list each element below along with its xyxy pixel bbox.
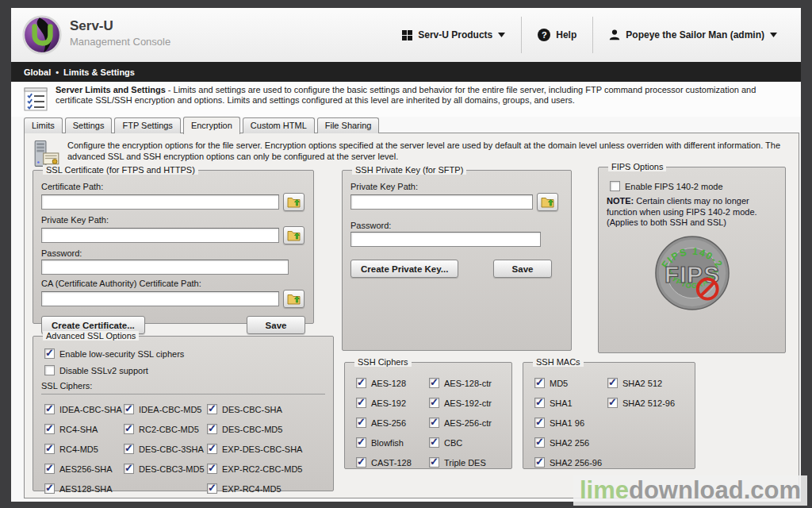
cipher-checkbox-row[interactable]: AES-192 xyxy=(356,396,429,410)
mac-checkbox-row[interactable]: SHA2 256 xyxy=(534,436,607,449)
tab[interactable]: Custom HTML xyxy=(243,117,315,133)
checkbox[interactable] xyxy=(44,483,55,494)
checkbox[interactable] xyxy=(356,378,366,388)
ssl-option-checkbox-row[interactable]: Enable low-security SSL ciphers xyxy=(44,347,325,360)
mac-checkbox-row[interactable]: SHA1 96 xyxy=(534,416,607,429)
tab[interactable]: Limits xyxy=(24,117,63,133)
checkbox[interactable] xyxy=(207,464,217,474)
mac-checkbox-row[interactable]: SHA2 256-96 xyxy=(534,456,607,469)
folder-up-icon xyxy=(287,196,301,208)
enable-fips-checkbox-row[interactable]: Enable FIPS 140-2 mode xyxy=(610,179,777,193)
checkbox[interactable] xyxy=(44,444,55,454)
checkbox[interactable] xyxy=(124,424,134,434)
cipher-checkbox-row[interactable]: DES-CBC-3SHA xyxy=(124,442,207,456)
cipher-checkbox-row[interactable]: AES128-SHA xyxy=(44,482,124,495)
checkbox[interactable] xyxy=(124,404,134,414)
cipher-checkbox-row[interactable]: AES-128 xyxy=(356,376,429,390)
cipher-checkbox-row[interactable]: DES-CBC3-MD5 xyxy=(124,462,207,475)
checkbox[interactable] xyxy=(429,398,439,408)
cipher-checkbox-row[interactable]: RC2-CBC-MD5 xyxy=(124,422,207,436)
browse-private-key-path-button[interactable] xyxy=(283,226,304,244)
user-icon xyxy=(609,29,620,40)
ssh-save-button[interactable]: Save xyxy=(493,260,552,278)
checkbox[interactable] xyxy=(607,378,618,388)
checkbox-label: Enable FIPS 140-2 mode xyxy=(625,182,723,191)
checkbox-label: RC2-CBC-MD5 xyxy=(139,425,199,434)
checkbox[interactable] xyxy=(534,437,545,448)
certificate-path-input[interactable] xyxy=(41,194,279,210)
ca-certificate-path-input[interactable] xyxy=(41,291,279,306)
cipher-checkbox-row[interactable]: CAST-128 xyxy=(356,456,429,469)
mac-checkbox-row[interactable]: SHA1 xyxy=(534,396,607,410)
create-private-key-button[interactable]: Create Private Key... xyxy=(350,260,458,278)
ssl-password-input[interactable] xyxy=(41,260,289,275)
checkbox[interactable] xyxy=(534,418,545,428)
checkbox[interactable] xyxy=(207,404,217,414)
cipher-checkbox-row[interactable]: DES-CBC-MD5 xyxy=(207,422,302,436)
checkbox[interactable] xyxy=(356,418,366,428)
checkbox[interactable] xyxy=(534,378,545,388)
checkbox[interactable] xyxy=(124,444,134,454)
browse-certificate-path-button[interactable] xyxy=(283,193,304,211)
checkbox-label: Enable low-security SSL ciphers xyxy=(59,349,184,359)
mac-checkbox-row[interactable]: MD5 xyxy=(534,376,607,390)
cipher-checkbox-row[interactable]: AES256-SHA xyxy=(44,462,124,475)
checkbox-label: EXP-DES-CBC-SHA xyxy=(222,444,302,454)
checkbox[interactable] xyxy=(356,457,366,468)
cipher-checkbox-row[interactable]: Blowfish xyxy=(356,436,429,449)
checkbox[interactable] xyxy=(207,444,217,454)
cipher-checkbox-row[interactable]: AES-256-ctr xyxy=(429,416,492,429)
checkbox-label: Blowfish xyxy=(371,438,404,448)
checkbox[interactable] xyxy=(534,398,545,408)
cipher-checkbox-row[interactable]: EXP-RC2-CBC-MD5 xyxy=(207,462,302,475)
checkbox-label: DES-CBC-MD5 xyxy=(222,425,282,434)
user-menu[interactable]: Popeye the Sailor Man (admin) xyxy=(593,29,793,40)
ssh-private-key-path-input[interactable] xyxy=(350,194,533,210)
tab[interactable]: File Sharing xyxy=(317,117,380,133)
cipher-checkbox-row[interactable]: AES-256 xyxy=(356,416,429,429)
checkbox[interactable] xyxy=(610,181,620,191)
checkbox[interactable] xyxy=(124,464,134,474)
cipher-checkbox-row[interactable]: EXP-RC4-MD5 xyxy=(207,482,302,495)
mac-checkbox-row[interactable]: SHA2 512 xyxy=(607,376,675,390)
cipher-checkbox-row[interactable]: AES-192-ctr xyxy=(429,396,492,410)
ssl-private-key-path-input[interactable] xyxy=(41,228,279,243)
ssl-option-checkbox-row[interactable]: Disable SSLv2 support xyxy=(44,364,325,377)
checkbox[interactable] xyxy=(44,348,55,359)
checkbox[interactable] xyxy=(207,483,217,494)
checkbox[interactable] xyxy=(44,464,55,474)
tab[interactable]: Settings xyxy=(65,117,113,133)
checkbox[interactable] xyxy=(356,437,366,448)
checkbox[interactable] xyxy=(534,457,545,468)
cipher-checkbox-row[interactable]: AES-128-ctr xyxy=(429,376,492,390)
checkbox[interactable] xyxy=(44,365,55,375)
tab[interactable]: FTP Settings xyxy=(114,117,180,133)
browse-ca-certificate-path-button[interactable] xyxy=(283,290,304,308)
cipher-checkbox-row[interactable]: DES-CBC-SHA xyxy=(207,402,302,416)
help-menu[interactable]: ? Help xyxy=(522,29,592,41)
cipher-checkbox-row[interactable]: EXP-DES-CBC-SHA xyxy=(207,442,302,456)
ssh-password-input[interactable] xyxy=(350,232,541,247)
products-menu[interactable]: Serv-U Products xyxy=(386,29,521,40)
checkbox-label: RC4-MD5 xyxy=(59,444,98,454)
checkbox[interactable] xyxy=(44,424,55,434)
cipher-checkbox-row[interactable]: RC4-SHA xyxy=(44,422,124,436)
checkbox[interactable] xyxy=(429,418,439,428)
checkbox[interactable] xyxy=(356,398,366,408)
cipher-checkbox-row[interactable]: Triple DES xyxy=(429,456,492,469)
breadcrumb-root[interactable]: Global xyxy=(24,67,51,77)
checkbox[interactable] xyxy=(207,424,217,434)
checkbox[interactable] xyxy=(429,378,439,388)
cipher-checkbox-row[interactable]: IDEA-CBC-SHA xyxy=(44,402,124,416)
checkbox[interactable] xyxy=(429,457,439,468)
checkbox[interactable] xyxy=(44,404,55,414)
app-header: Serv-U Management Console Serv-U Product… xyxy=(11,8,801,62)
cipher-checkbox-row[interactable]: RC4-MD5 xyxy=(44,442,124,456)
checkbox[interactable] xyxy=(607,398,618,408)
cipher-checkbox-row[interactable]: CBC xyxy=(429,436,492,449)
browse-ssh-private-key-button[interactable] xyxy=(537,193,558,211)
mac-checkbox-row[interactable]: SHA2 512-96 xyxy=(607,396,675,410)
checkbox[interactable] xyxy=(429,437,439,448)
cipher-checkbox-row[interactable]: IDEA-CBC-MD5 xyxy=(124,402,207,416)
tab[interactable]: Encryption xyxy=(183,117,240,134)
